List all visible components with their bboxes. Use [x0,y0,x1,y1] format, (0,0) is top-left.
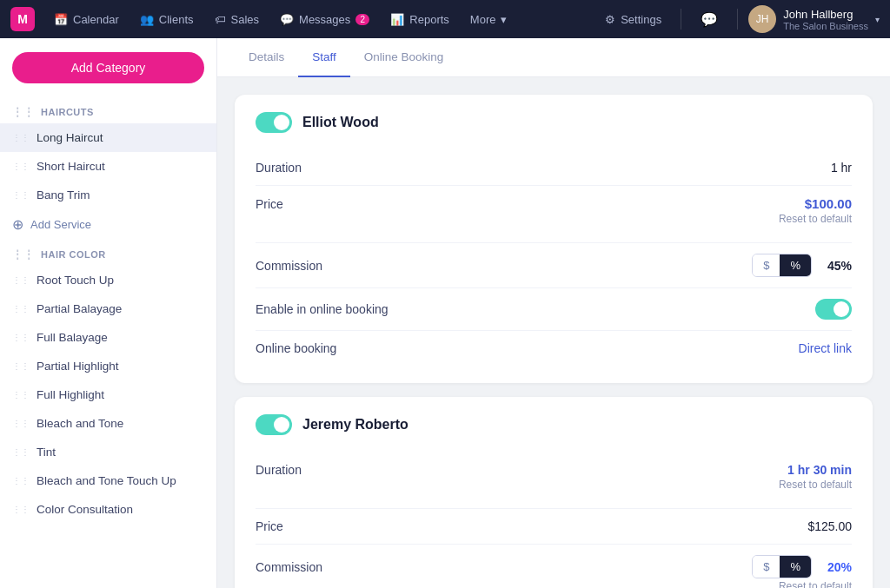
drag-dots-icon: ⋮⋮ [12,419,30,428]
drag-dots-icon: ⋮⋮ [12,333,30,342]
detail-navigation: Details Staff Online Booking [217,38,890,77]
nav-messages[interactable]: 💬 Messages 2 [271,8,378,31]
nav-settings[interactable]: ⚙ Settings [596,8,670,31]
commission-control-jeremy: $ % 20% [429,555,852,578]
sidebar-item-root-touch-up[interactable]: ⋮⋮ Root Touch Up [0,266,216,294]
user-avatar[interactable]: JH [748,5,776,33]
duration-row-jeremy: Duration 1 hr 30 min Reset to default [256,453,852,509]
drag-dots-icon: ⋮⋮ [12,304,30,314]
user-subtitle: The Salon Business [783,21,868,31]
duration-value-jeremy: 1 hr 30 min [429,463,852,477]
staff-card-elliot-wood: Elliot Wood Duration 1 hr Price $100.00 … [235,95,873,383]
main-layout: Add Category ⋮⋮ HAIRCUTS ⋮⋮ Long Haircut… [0,38,890,588]
sidebar-item-bang-trim[interactable]: ⋮⋮ Bang Trim [0,181,216,209]
nav-more[interactable]: More ▾ [462,8,516,31]
sales-icon: 🏷 [215,13,226,26]
direct-link-elliot[interactable]: Direct link [429,341,852,355]
enable-online-label: Enable in online booking [256,302,429,316]
commission-label: Commission [256,259,429,273]
enable-online-row-elliot: Enable in online booking [256,288,852,331]
sidebar-item-bleach-and-tone[interactable]: ⋮⋮ Bleach and Tone [0,409,216,438]
commission-type-toggle[interactable]: $ % [752,254,812,277]
nav-reports[interactable]: 📊 Reports [382,8,458,31]
price-value-jeremy: $125.00 [429,519,852,533]
duration-label-jeremy: Duration [256,463,429,477]
nav-clients[interactable]: 👥 Clients [131,8,203,31]
commission-value: 45% [820,259,852,273]
sidebar-section-haircuts: ⋮⋮ HAIRCUTS [0,97,216,123]
more-chevron-icon: ▾ [501,13,507,26]
drag-dots-icon: ⋮⋮ [12,505,30,514]
tab-details[interactable]: Details [235,38,298,77]
plus-circle-icon: ⊕ [12,216,23,233]
drag-dots-icon: ⋮⋮ [12,361,30,371]
staff-toggle-elliot[interactable] [256,112,292,133]
sidebar-item-partial-highlight[interactable]: ⋮⋮ Partial Highlight [0,352,216,380]
staff-card-header: Elliot Wood [256,112,852,133]
online-booking-row-elliot: Online booking Direct link [256,331,852,366]
sidebar-item-long-haircut[interactable]: ⋮⋮ Long Haircut [0,123,216,152]
app-logo: M [10,7,35,31]
commission-row-elliot: Commission $ % 45% [256,243,852,288]
add-category-button[interactable]: Add Category [12,52,204,83]
duration-row-elliot: Duration 1 hr [256,150,852,186]
commission-control: $ % 45% [429,254,852,277]
tab-staff[interactable]: Staff [298,38,350,77]
online-booking-label: Online booking [256,341,429,355]
commission-percent-btn[interactable]: % [780,254,811,276]
sidebar-item-color-consultation[interactable]: ⋮⋮ Color Consultation [0,495,216,524]
commission-percent-btn-jeremy[interactable]: % [780,556,811,578]
drag-dots-icon: ⋮⋮ [12,133,30,142]
sidebar-item-short-haircut[interactable]: ⋮⋮ Short Haircut [0,152,216,181]
add-service-haircuts[interactable]: ⊕ Add Service [0,209,216,240]
price-reset-link[interactable]: Reset to default [256,211,852,232]
sidebar-item-partial-balayage[interactable]: ⋮⋮ Partial Balayage [0,294,216,323]
sidebar-item-full-highlight[interactable]: ⋮⋮ Full Highlight [0,380,216,409]
nav-chat[interactable]: 💬 [692,6,727,33]
drag-dots-icon: ⋮⋮ [12,275,30,285]
drag-dots-icon: ⋮⋮ [12,190,30,200]
price-row-jeremy: Price $125.00 [256,509,852,545]
content-area: Elliot Wood Duration 1 hr Price $100.00 … [217,77,890,588]
staff-toggle-jeremy[interactable] [256,414,292,435]
calendar-icon: 📅 [54,13,68,26]
drag-dots-icon: ⋮⋮ [12,390,30,400]
staff-card-jeremy-roberto: Jeremy Roberto Duration 1 hr 30 min Rese… [235,397,873,588]
nav-divider-2 [737,9,738,30]
commission-dollar-btn[interactable]: $ [753,254,780,276]
user-chevron-icon: ▾ [875,15,880,24]
messages-badge: 2 [355,14,369,25]
drag-dots-icon: ⋮⋮ [12,162,30,171]
user-info: John Hallberg The Salon Business [783,8,868,31]
chat-icon: 💬 [701,11,718,28]
nav-calendar[interactable]: 📅 Calendar [45,8,128,31]
tab-online-booking[interactable]: Online Booking [350,38,458,77]
duration-label: Duration [256,161,429,175]
duration-value: 1 hr [429,161,852,175]
messages-icon: 💬 [280,13,294,26]
commission-label-jeremy: Commission [256,560,429,574]
price-label: Price [256,197,429,211]
commission-type-toggle-jeremy[interactable]: $ % [752,555,812,578]
drag-dots-icon: ⋮⋮ [12,447,30,457]
enable-online-toggle-elliot[interactable] [815,299,852,320]
commission-row-jeremy: Commission $ % 20% Reset to default [256,545,852,588]
drag-icon: ⋮⋮ [12,106,34,118]
duration-reset-link-jeremy[interactable]: Reset to default [256,477,852,498]
sidebar-item-bleach-tone-touch-up[interactable]: ⋮⋮ Bleach and Tone Touch Up [0,466,216,495]
top-navigation: M 📅 Calendar 👥 Clients 🏷 Sales 💬 Message… [0,0,890,38]
price-value: $100.00 [429,196,852,211]
clients-icon: 👥 [140,13,154,26]
commission-dollar-btn-jeremy[interactable]: $ [753,556,780,578]
drag-dots-icon: ⋮⋮ [12,476,30,486]
sidebar-item-full-balayage[interactable]: ⋮⋮ Full Balayage [0,323,216,352]
nav-divider-1 [681,9,681,30]
price-row-elliot: Price $100.00 Reset to default [256,186,852,243]
reports-icon: 📊 [390,13,404,26]
sidebar-item-tint[interactable]: ⋮⋮ Tint [0,438,216,466]
settings-icon: ⚙ [605,13,615,26]
staff-name-jeremy: Jeremy Roberto [302,417,408,433]
price-label-jeremy: Price [256,519,429,533]
commission-reset-link-jeremy[interactable]: Reset to default [256,578,852,588]
nav-sales[interactable]: 🏷 Sales [206,8,269,31]
